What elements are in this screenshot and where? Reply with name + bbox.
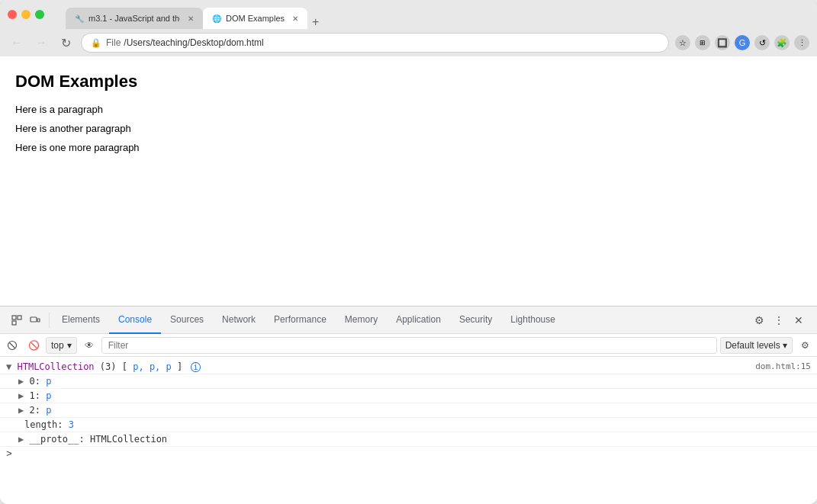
- forward-button[interactable]: →: [32, 34, 50, 52]
- tab-console[interactable]: Console: [109, 307, 161, 334]
- item1-index: 1:: [29, 390, 46, 401]
- item2-arrow[interactable]: ▶: [18, 405, 29, 416]
- svg-rect-1: [18, 316, 21, 319]
- item0-arrow[interactable]: ▶: [18, 376, 29, 387]
- address-bar: ← → ↻ 🔒 File /Users/teaching/Desktop/dom…: [0, 29, 817, 56]
- svg-rect-0: [12, 316, 16, 319]
- profile-icon[interactable]: G: [735, 35, 750, 50]
- html-collection-count: (3) [: [100, 361, 127, 372]
- tab-performance[interactable]: Performance: [265, 307, 336, 334]
- traffic-lights: [8, 10, 44, 19]
- console-collection-line: ▼ HTMLCollection (3) [ p, p, p ] i dom.h…: [0, 360, 817, 374]
- inspect-element-icon[interactable]: [9, 313, 24, 328]
- console-tree-proto: ▶ __proto__: HTMLCollection: [0, 432, 817, 447]
- new-tab-button[interactable]: +: [307, 15, 323, 29]
- menu-icon[interactable]: ⋮: [794, 35, 809, 50]
- reload-button[interactable]: ↻: [56, 34, 75, 52]
- more-options-icon[interactable]: ⋮: [770, 311, 788, 329]
- console-toolbar: 🚫 top ▾ 👁 Default levels ▾ ⚙: [0, 334, 817, 357]
- browser-window: 🔧 m3.1 - JavaScript and the DO… ✕ 🌐 DOM …: [0, 0, 817, 504]
- console-tree-item-1: ▶ 1: p: [0, 389, 817, 403]
- console-source[interactable]: dom.html:15: [740, 361, 811, 371]
- tab-1[interactable]: 🔧 m3.1 - JavaScript and the DO… ✕: [66, 8, 203, 29]
- maximize-button[interactable]: [35, 10, 44, 19]
- console-settings-button[interactable]: ⚙: [796, 336, 814, 355]
- eye-icon[interactable]: 👁: [80, 336, 98, 355]
- settings-icon[interactable]: ⚙: [750, 311, 768, 329]
- svg-line-6: [10, 342, 15, 348]
- close-button[interactable]: [8, 10, 17, 19]
- close-devtools-icon[interactable]: ✕: [790, 311, 808, 329]
- tab-security[interactable]: Security: [450, 307, 501, 334]
- item2-value: p: [46, 405, 51, 416]
- toggle-filter-button[interactable]: 🚫: [24, 336, 43, 355]
- tab1-close[interactable]: ✕: [188, 14, 194, 23]
- url-prefix: File: [106, 37, 121, 48]
- devtools-actions: ⚙ ⋮ ✕: [744, 311, 814, 329]
- extension-icon[interactable]: 🔲: [715, 35, 730, 50]
- length-value: 3: [69, 419, 74, 430]
- device-toolbar-icon[interactable]: [27, 313, 43, 328]
- html-collection-close: ]: [177, 361, 182, 372]
- tab2-favicon: 🌐: [212, 14, 221, 23]
- bookmark-icon[interactable]: ☆: [675, 35, 690, 50]
- filter-input[interactable]: [101, 337, 717, 354]
- item1-value: p: [46, 390, 51, 401]
- tab-network[interactable]: Network: [213, 307, 265, 334]
- console-input-line: >: [0, 447, 817, 461]
- page-content: DOM Examples Here is a paragraph Here is…: [0, 56, 817, 306]
- extensions-btn[interactable]: 🧩: [774, 35, 790, 50]
- context-selector[interactable]: top ▾: [46, 337, 77, 354]
- minimize-button[interactable]: [21, 10, 31, 19]
- tab1-favicon: 🔧: [75, 14, 84, 23]
- url-text: /Users/teaching/Desktop/dom.html: [124, 37, 263, 48]
- console-prompt-arrow: >: [6, 448, 12, 460]
- item2-index: 2:: [29, 405, 46, 416]
- console-tree-item-2: ▶ 2: p: [0, 403, 817, 418]
- html-collection-items: p, p, p: [133, 361, 172, 372]
- context-label: top: [51, 340, 64, 351]
- tab-elements[interactable]: Elements: [53, 307, 109, 334]
- reader-mode-icon[interactable]: ⊞: [695, 35, 710, 50]
- toolbar-icons: ☆ ⊞ 🔲 G ↺ 🧩 ⋮: [675, 35, 809, 50]
- tab1-title: m3.1 - JavaScript and the DO…: [88, 14, 180, 23]
- devtools-panel: Elements Console Sources Network Perform…: [0, 306, 817, 504]
- tab2-close[interactable]: ✕: [292, 14, 298, 23]
- page-title: DOM Examples: [15, 72, 802, 91]
- lock-icon: 🔒: [91, 38, 101, 48]
- paragraph-1: Here is a paragraph: [15, 104, 802, 115]
- length-key: length:: [24, 419, 69, 430]
- devtools-icon-buttons: [3, 313, 50, 328]
- tab-2[interactable]: 🌐 DOM Examples ✕: [203, 8, 307, 29]
- proto-arrow[interactable]: ▶: [18, 434, 29, 445]
- collection-expand-arrow[interactable]: ▼: [6, 361, 17, 372]
- tab-sources[interactable]: Sources: [161, 307, 213, 334]
- tab-lighthouse[interactable]: Lighthouse: [501, 307, 565, 334]
- proto-value: HTMLCollection: [90, 434, 167, 445]
- item0-index: 0:: [29, 376, 46, 387]
- svg-rect-3: [31, 317, 37, 322]
- svg-rect-4: [37, 319, 40, 322]
- tab2-title: DOM Examples: [226, 14, 285, 23]
- item1-arrow[interactable]: ▶: [18, 390, 29, 401]
- tab-application[interactable]: Application: [387, 307, 450, 334]
- clear-console-button[interactable]: [3, 336, 21, 355]
- tab-bar: 🔧 m3.1 - JavaScript and the DO… ✕ 🌐 DOM …: [58, 0, 809, 29]
- console-tree-length: length: 3: [0, 418, 817, 432]
- tab-memory[interactable]: Memory: [336, 307, 387, 334]
- sync-icon[interactable]: ↺: [754, 35, 770, 50]
- url-bar[interactable]: 🔒 File /Users/teaching/Desktop/dom.html: [81, 33, 669, 53]
- log-levels-selector[interactable]: Default levels ▾: [720, 337, 793, 354]
- svg-rect-2: [12, 321, 16, 325]
- devtools-tab-bar: Elements Console Sources Network Perform…: [0, 307, 817, 334]
- collection-info-icon[interactable]: i: [191, 362, 200, 372]
- back-button[interactable]: ←: [8, 34, 26, 52]
- html-collection-class: HTMLCollection: [17, 361, 94, 372]
- proto-key: __proto__:: [29, 434, 89, 445]
- paragraph-2: Here is another paragraph: [15, 123, 802, 134]
- console-output: ▼ HTMLCollection (3) [ p, p, p ] i dom.h…: [0, 357, 817, 504]
- context-dropdown-icon: ▾: [67, 340, 72, 351]
- console-tree-item-0: ▶ 0: p: [0, 374, 817, 389]
- paragraph-3: Here is one more paragraph: [15, 142, 802, 153]
- log-levels-label: Default levels ▾: [725, 340, 787, 351]
